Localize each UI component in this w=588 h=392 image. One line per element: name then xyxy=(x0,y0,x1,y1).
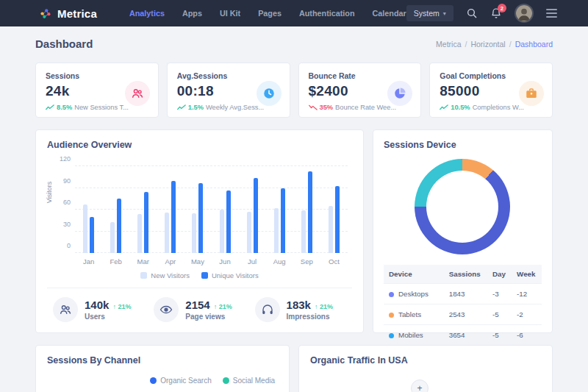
x-tick-label: Apr xyxy=(157,257,184,266)
bar-group-sep xyxy=(293,166,320,253)
sessions-by-channel-card: Sessions By Channel Organic SearchSocial… xyxy=(35,345,290,392)
x-tick-label: Jun xyxy=(211,257,238,266)
nav-item-analytics[interactable]: Analytics xyxy=(129,9,165,18)
audience-stat-value: 2154↑ 21% xyxy=(185,299,232,311)
table-row-desktops: Desktops1843-3-12 xyxy=(384,284,542,304)
donut-chart xyxy=(415,159,510,254)
users-icon xyxy=(53,297,78,322)
bar-unique-visitors-jun xyxy=(226,190,231,253)
bar-group-oct xyxy=(320,166,348,253)
stat-label: Bounce Rate xyxy=(309,71,412,80)
bar-unique-visitors-oct xyxy=(335,186,340,253)
page-head: Dashboard Metrica/Horizontal/Dashboard xyxy=(0,26,588,63)
chevron-down-icon: ▾ xyxy=(443,10,446,17)
device-table-header-sassions: Sassions xyxy=(444,265,487,284)
legend-label: New Visitors xyxy=(151,271,190,279)
nav-item-ui-kit[interactable]: UI Kit xyxy=(220,9,240,18)
legend-label: Unique Visitors xyxy=(212,271,259,279)
bar-unique-visitors-jul xyxy=(254,178,258,253)
audience-stat-page-views: 2154↑ 21%Page views xyxy=(154,297,232,322)
avatar[interactable] xyxy=(514,4,534,23)
y-tick-label: 120 xyxy=(53,155,71,163)
bar-group-jan xyxy=(75,166,102,253)
trend-down-icon xyxy=(309,104,318,110)
bar-group-jun xyxy=(211,166,238,253)
device-cell: Mobiles xyxy=(384,325,444,346)
bar-unique-visitors-may xyxy=(198,183,203,253)
trend-text: Bounce Rate Wee... xyxy=(335,104,396,111)
legend-swatch xyxy=(201,272,208,279)
audience-stat-value: 140k↑ 21% xyxy=(85,299,131,311)
sessions-by-channel-title: Sessions By Channel xyxy=(47,355,278,366)
search-icon xyxy=(466,7,478,19)
metrica-logo-icon xyxy=(40,7,52,20)
channel-legend-item-organic-search[interactable]: Organic Search xyxy=(150,377,211,385)
x-tick-label: Jul xyxy=(239,257,266,266)
system-dropdown-label: System xyxy=(414,9,440,18)
trend-up-icon xyxy=(440,104,448,110)
audience-stat-users: 140k↑ 21%Users xyxy=(53,297,131,322)
notifications-button[interactable]: 2 xyxy=(490,7,502,19)
audience-stats-row: 140k↑ 21%Users2154↑ 21%Page views183k↑ 2… xyxy=(47,288,352,322)
trend-percent: 8.5% xyxy=(57,104,72,111)
audience-stat-value: 183k↑ 21% xyxy=(287,299,333,311)
bar-group-aug xyxy=(266,166,293,253)
bar-new-visitors-feb xyxy=(110,222,115,253)
breadcrumb: Metrica/Horizontal/Dashboard xyxy=(436,40,553,49)
bar-chart-x-labels: JanFebMarAprMayJunJulAugSepOct xyxy=(75,257,348,266)
brand[interactable]: Metrica xyxy=(40,7,97,20)
sessions-device-card: Sessions Device DeviceSassionsDayWeek De… xyxy=(373,129,553,333)
breadcrumb-separator: / xyxy=(465,40,467,49)
legend-label: Social Media xyxy=(233,377,275,385)
channel-legend-item-social-media[interactable]: Social Media xyxy=(223,377,275,385)
nav-item-calendar[interactable]: Calendar xyxy=(373,9,406,18)
bar-group-jul xyxy=(239,166,266,253)
breadcrumb-item-horizontal[interactable]: Horizontal xyxy=(470,40,505,49)
device-dot-icon xyxy=(389,292,394,297)
audience-stat-delta: ↑ 21% xyxy=(214,303,232,310)
search-button[interactable] xyxy=(466,7,478,19)
stat-label: Avg.Sessions xyxy=(177,71,280,80)
device-table-header-device: Device xyxy=(384,265,444,284)
bar-new-visitors-mar xyxy=(137,214,142,253)
notification-badge: 2 xyxy=(498,4,506,13)
bar-new-visitors-jul xyxy=(247,212,251,253)
device-table-header-week: Week xyxy=(512,265,542,284)
bar-unique-visitors-sep xyxy=(308,171,312,253)
legend-dot xyxy=(223,377,229,384)
map-zoom-in-button[interactable]: + xyxy=(411,379,429,392)
sessions-cell: 2543 xyxy=(444,304,487,325)
bar-unique-visitors-mar xyxy=(144,192,148,253)
audience-stat-delta: ↑ 21% xyxy=(315,303,333,310)
legend-item-unique-visitors[interactable]: Unique Visitors xyxy=(201,271,259,279)
bar-group-feb xyxy=(102,166,129,253)
table-row-mobiles: Mobiles3654-5-6 xyxy=(384,325,542,346)
menu-toggle-icon[interactable] xyxy=(546,9,557,18)
legend-swatch xyxy=(140,272,147,279)
stat-card-bounce-rate: Bounce Rate$240035%Bounce Rate Wee... xyxy=(298,63,422,118)
breadcrumb-separator: / xyxy=(509,40,512,49)
trend-percent: 35% xyxy=(320,104,334,111)
y-tick-label: 90 xyxy=(53,177,71,185)
x-tick-label: Jan xyxy=(75,257,102,266)
x-tick-label: Aug xyxy=(266,257,293,266)
legend-item-new-visitors[interactable]: New Visitors xyxy=(140,271,190,279)
system-dropdown[interactable]: System ▾ xyxy=(406,5,453,21)
week-cell: -2 xyxy=(512,304,542,325)
nav-item-pages[interactable]: Pages xyxy=(258,9,282,18)
stat-card-goal-completions: Goal Completions8500010.5%Completions W.… xyxy=(429,63,553,118)
audience-stat-label: Users xyxy=(85,313,131,321)
nav-item-authentication[interactable]: Authentication xyxy=(299,9,355,18)
week-cell: -12 xyxy=(512,284,542,304)
nav-item-apps[interactable]: Apps xyxy=(182,9,202,18)
x-tick-label: Mar xyxy=(129,257,157,266)
bar-unique-visitors-feb xyxy=(117,199,121,253)
device-cell: Desktops xyxy=(384,284,444,304)
trend-percent: 1.5% xyxy=(188,104,204,111)
bar-new-visitors-sep xyxy=(301,210,306,253)
x-tick-label: Sep xyxy=(293,257,320,266)
breadcrumb-item-dashboard[interactable]: Dashboard xyxy=(515,40,553,49)
sessions-device-title: Sessions Device xyxy=(384,140,542,150)
bar-new-visitors-oct xyxy=(329,206,333,253)
breadcrumb-item-metrica[interactable]: Metrica xyxy=(436,40,461,49)
